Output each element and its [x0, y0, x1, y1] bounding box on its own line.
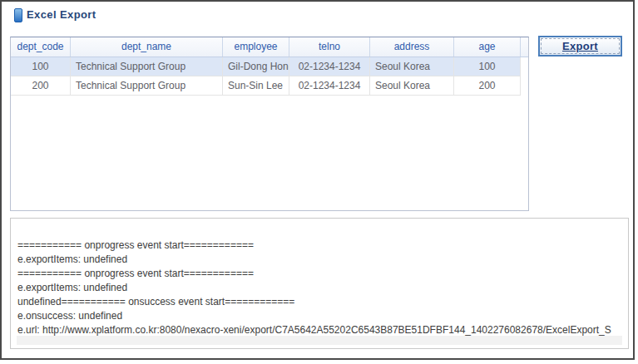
grid-cell-telno[interactable]: 02-1234-1234 — [289, 76, 370, 95]
log-line: e.exportItems: undefined — [17, 253, 621, 267]
data-grid: dept_codedept_nameemployeetelnoaddressag… — [10, 37, 529, 211]
grid-cell-telno[interactable]: 02-1234-1234 — [289, 57, 370, 76]
column-header-address: address — [370, 37, 454, 57]
column-header-age: age — [454, 37, 521, 57]
grid-cell-address[interactable]: Seoul Korea — [370, 57, 454, 76]
grid-header: dept_codedept_nameemployeetelnoaddressag… — [11, 37, 528, 57]
column-header-telno: telno — [289, 37, 370, 57]
export-button-focus-outline: Export — [541, 38, 620, 54]
log-line: e.exportItems: undefined — [17, 281, 621, 295]
log-line: undefined=========== onsuccess event sta… — [17, 295, 621, 309]
column-header-dept_name: dept_name — [71, 37, 223, 57]
export-button-label: Export — [562, 40, 598, 52]
grid-cell-employee[interactable]: Sun-Sin Lee — [223, 76, 289, 95]
grid-cell-dept_code[interactable]: 100 — [11, 57, 71, 76]
page-title: Excel Export — [27, 7, 96, 22]
grid-cell-dept_name[interactable]: Technical Support Group — [71, 57, 223, 76]
log-line — [17, 224, 621, 239]
title-bullet-icon — [14, 8, 22, 22]
export-button[interactable]: Export — [538, 36, 622, 57]
grid-row[interactable]: 100Technical Support GroupGil-Dong Hong0… — [11, 57, 521, 76]
grid-cell-age[interactable]: 200 — [454, 76, 521, 95]
grid-cell-dept_code[interactable]: 200 — [11, 76, 71, 95]
grid-cell-address[interactable]: Seoul Korea — [370, 76, 454, 95]
grid-cell-dept_name[interactable]: Technical Support Group — [71, 76, 223, 95]
log-line: =========== onprogress event start======… — [17, 267, 621, 281]
column-header-dept_code: dept_code — [11, 37, 71, 57]
column-header-employee: employee — [223, 37, 289, 57]
log-lines: =========== onprogress event start======… — [11, 219, 628, 337]
log-line: =========== onprogress event start======… — [17, 239, 621, 253]
grid-cell-employee[interactable]: Gil-Dong Hong — [223, 57, 289, 76]
log-output-textarea[interactable]: =========== onprogress event start======… — [10, 218, 629, 349]
grid-body: 100Technical Support GroupGil-Dong Hong0… — [11, 57, 528, 96]
grid-cell-age[interactable]: 100 — [454, 57, 521, 76]
grid-row[interactable]: 200Technical Support GroupSun-Sin Lee02-… — [11, 76, 521, 96]
log-line: e.onsuccess: undefined — [17, 309, 621, 323]
horizontal-scrollbar[interactable] — [17, 336, 622, 345]
